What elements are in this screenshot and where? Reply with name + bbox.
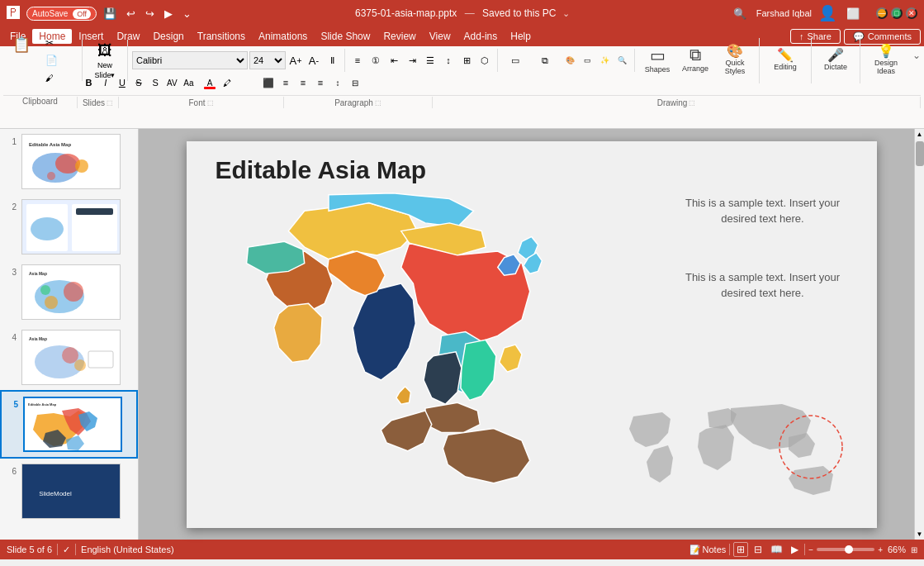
scroll-up-button[interactable]: ▲ bbox=[915, 129, 924, 140]
ribbon-display-button[interactable]: ⬜ bbox=[843, 6, 863, 21]
zoom-in-button[interactable]: + bbox=[878, 545, 883, 554]
scroll-thumb[interactable] bbox=[916, 141, 924, 166]
drawing-group-expand[interactable]: ⬚ bbox=[689, 99, 695, 107]
char-spacing-button[interactable]: AV bbox=[164, 74, 180, 91]
dictate-button[interactable]: 🎤 Dictate bbox=[816, 38, 855, 81]
svg-point-9 bbox=[31, 217, 64, 240]
design-ideas-button[interactable]: 💡 Design Ideas bbox=[865, 38, 907, 81]
slide-thumb-4[interactable]: 4 Asia Map bbox=[0, 325, 138, 390]
bullets-button[interactable]: ≡ bbox=[349, 52, 366, 69]
paragraph-group-expand[interactable]: ⬚ bbox=[375, 99, 381, 107]
line-spacing-button[interactable]: ↕ bbox=[329, 74, 346, 91]
close-button[interactable]: ✕ bbox=[906, 7, 917, 19]
strikethrough-button[interactable]: S bbox=[130, 74, 146, 91]
slide-thumb-3[interactable]: 3 Asia Map bbox=[0, 259, 138, 325]
svg-text:Editable Asia Map: Editable Asia Map bbox=[28, 402, 57, 407]
minimize-button[interactable]: — bbox=[876, 7, 888, 19]
arrange-button[interactable]: ⧉ Arrange bbox=[677, 38, 713, 81]
font-group-expand[interactable]: ⬚ bbox=[207, 99, 214, 107]
align-text-button[interactable]: ⊞ bbox=[458, 52, 475, 69]
zoom-out-button[interactable]: − bbox=[808, 545, 813, 554]
shapes-small-button[interactable]: ▭ bbox=[502, 52, 528, 69]
font-group-label: Font ⬚ bbox=[119, 97, 284, 108]
shape-effects-button[interactable]: ✨ bbox=[596, 52, 613, 69]
shapes-button[interactable]: ▭ Shapes bbox=[639, 38, 675, 81]
notes-button[interactable]: 📝 Notes bbox=[689, 545, 727, 555]
bold-button[interactable]: B bbox=[81, 74, 97, 91]
slide-thumb-1[interactable]: 1 Editable Asia Map bbox=[0, 129, 138, 194]
menu-design[interactable]: Design bbox=[146, 29, 190, 44]
smartart-button[interactable]: ⬡ bbox=[476, 52, 493, 69]
restore-button[interactable]: □ bbox=[891, 7, 903, 19]
ribbon-collapse-button[interactable]: ⌄ bbox=[912, 50, 921, 61]
align-center-button[interactable]: ≡ bbox=[277, 74, 294, 91]
columns-button[interactable]: ⊟ bbox=[347, 74, 363, 91]
font-size-selector[interactable]: 24 bbox=[249, 51, 286, 69]
font-selector[interactable]: Calibri bbox=[132, 51, 248, 69]
search-button[interactable]: 🔍 bbox=[730, 6, 750, 21]
editing-button[interactable]: ✏️ Editing bbox=[764, 38, 807, 81]
col-button[interactable]: ☰ bbox=[422, 52, 438, 69]
clipboard-group-label: Clipboard bbox=[3, 97, 78, 108]
change-case-button[interactable]: Aa bbox=[181, 74, 197, 91]
align-left-button[interactable]: ⬛ bbox=[260, 74, 277, 91]
align-right-button[interactable]: ≡ bbox=[295, 74, 311, 91]
svg-point-15 bbox=[45, 296, 58, 309]
format-painter-button[interactable]: 🖌 bbox=[41, 69, 62, 86]
customize-quick-access[interactable]: ⌄ bbox=[179, 6, 195, 21]
menu-help[interactable]: Help bbox=[504, 29, 538, 44]
menu-view[interactable]: View bbox=[423, 29, 457, 44]
zoom-level: 66% bbox=[888, 545, 906, 554]
numbering-button[interactable]: ① bbox=[367, 52, 384, 69]
font-color-button[interactable]: A bbox=[201, 74, 218, 91]
italic-button[interactable]: I bbox=[97, 74, 113, 91]
vertical-scrollbar[interactable]: ▲ ▼ bbox=[914, 129, 924, 540]
shape-fill-button[interactable]: 🎨 bbox=[562, 52, 578, 69]
cut-button[interactable]: ✂ bbox=[41, 35, 62, 51]
svg-point-16 bbox=[40, 285, 50, 295]
slideshow-button[interactable]: ▶ bbox=[789, 543, 801, 556]
save-button[interactable]: 💾 bbox=[100, 6, 120, 21]
reading-view-button[interactable]: 📖 bbox=[768, 543, 785, 556]
paste-button[interactable]: 📋 bbox=[3, 35, 40, 56]
slide-preview-4: Asia Map bbox=[21, 330, 121, 385]
underline-button[interactable]: U bbox=[114, 74, 130, 91]
title-bar-left: 🅿 AutoSave Off 💾 ↩ ↪ ▶ ⌄ bbox=[7, 6, 195, 21]
normal-view-button[interactable]: ⊞ bbox=[733, 542, 748, 557]
clear-format-button[interactable]: Ⅱ bbox=[324, 52, 340, 69]
copy-button[interactable]: 📄 bbox=[41, 52, 62, 69]
slide-thumb-5[interactable]: 5 Editable Asia Map bbox=[0, 390, 138, 459]
fit-slide-button[interactable]: ⊞ bbox=[911, 545, 917, 554]
arrange-small-button[interactable]: ⧉ bbox=[530, 52, 560, 69]
svg-text:Asia Map: Asia Map bbox=[29, 336, 47, 341]
font-increase-button[interactable]: A+ bbox=[287, 52, 304, 69]
font-decrease-button[interactable]: A- bbox=[306, 52, 322, 69]
decrease-indent-button[interactable]: ⇤ bbox=[386, 52, 402, 69]
svg-point-4 bbox=[75, 159, 88, 173]
slides-group-expand[interactable]: ⬚ bbox=[107, 99, 113, 107]
increase-indent-button[interactable]: ⇥ bbox=[404, 52, 420, 69]
menu-slideshow[interactable]: Slide Show bbox=[314, 29, 377, 44]
justify-button[interactable]: ≡ bbox=[312, 74, 329, 91]
slide-thumb-2[interactable]: 2 bbox=[0, 194, 138, 259]
shape-outline-button[interactable]: ▭ bbox=[579, 52, 595, 69]
autosave-toggle[interactable]: AutoSave Off bbox=[26, 7, 97, 21]
slide-preview-3: Asia Map bbox=[21, 264, 121, 320]
slide-sorter-button[interactable]: ⊟ bbox=[751, 543, 765, 556]
quick-styles-button[interactable]: 🎨 Quick Styles bbox=[715, 38, 755, 81]
undo-button[interactable]: ↩ bbox=[123, 6, 139, 21]
menu-animations[interactable]: Animations bbox=[252, 29, 314, 44]
menu-review[interactable]: Review bbox=[377, 29, 422, 44]
highlight-color-button[interactable]: 🖍 bbox=[219, 74, 235, 91]
present-button[interactable]: ▶ bbox=[161, 6, 176, 21]
text-shadow-button[interactable]: S bbox=[148, 74, 163, 91]
redo-button[interactable]: ↪ bbox=[142, 6, 158, 21]
find-button[interactable]: 🔍 bbox=[614, 52, 630, 69]
menu-transitions[interactable]: Transitions bbox=[191, 29, 252, 44]
text-direction-button[interactable]: ↕ bbox=[440, 52, 457, 69]
scroll-down-button[interactable]: ▼ bbox=[915, 529, 924, 540]
menu-addins[interactable]: Add-ins bbox=[457, 29, 505, 44]
zoom-slider[interactable] bbox=[817, 548, 874, 551]
status-bar: Slide 5 of 6 ✓ English (United States) 📝… bbox=[0, 540, 924, 559]
slide-thumb-6[interactable]: 6 SlideModel bbox=[0, 459, 138, 524]
